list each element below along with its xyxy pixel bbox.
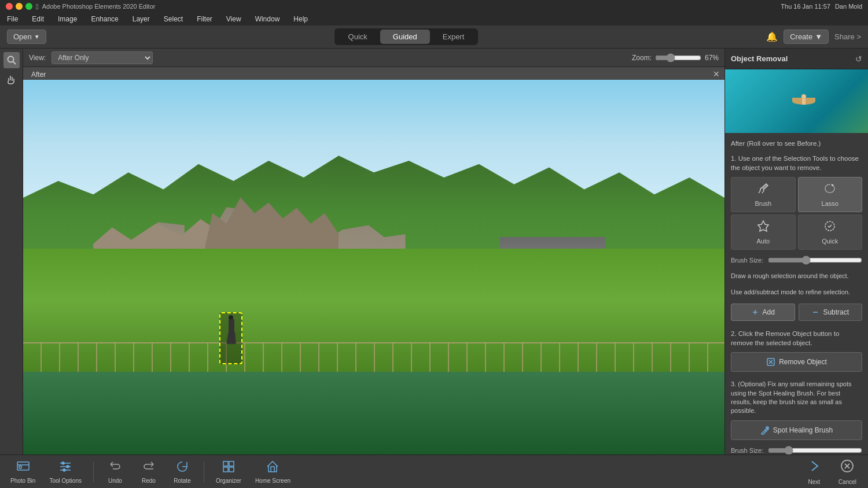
maximize-window-button[interactable] [25, 3, 32, 10]
svg-line-1 [13, 62, 16, 65]
add-button[interactable]: Add [731, 304, 795, 321]
menubar: File Edit Image Enhance Layer Select Fil… [0, 13, 868, 25]
view-toolbar: View: After Only Before Only Before & Af… [23, 49, 724, 67]
organizer-label: Organizer [216, 478, 241, 484]
time-display: Thu 16 Jan 11:57 [781, 3, 830, 10]
next-label: Next [808, 479, 821, 485]
share-button[interactable]: Share > [834, 32, 861, 41]
tool-options-button[interactable]: Tool Options [45, 457, 86, 486]
photo-canvas[interactable] [23, 80, 724, 454]
panel-title: Object Removal [731, 54, 788, 63]
after-label: After [31, 71, 46, 79]
quick-tool-cell[interactable]: Quick [798, 215, 863, 250]
redo-icon [142, 460, 156, 476]
view-label: View: [29, 54, 46, 62]
traffic-lights[interactable] [6, 3, 32, 10]
brush-size-slider-2[interactable] [768, 446, 862, 454]
open-button[interactable]: Open ▼ [7, 29, 46, 44]
menu-item-enhance[interactable]: Enhance [89, 14, 120, 24]
create-chevron-icon: ▼ [815, 32, 822, 41]
brush-size-slider-1[interactable] [768, 256, 862, 265]
minimize-window-button[interactable] [16, 3, 23, 10]
photo-bin-icon [16, 460, 30, 476]
home-screen-button[interactable]: Home Screen [251, 457, 295, 486]
spot-healing-brush-button[interactable]: Spot Healing Brush [731, 420, 862, 440]
tab-quick[interactable]: Quick [336, 29, 380, 44]
redo-label: Redo [142, 478, 156, 484]
auto-tool-cell[interactable]: Auto [731, 215, 796, 250]
water [23, 372, 724, 454]
cancel-button[interactable]: Cancel [833, 456, 862, 487]
main-content: View: After Only Before Only Before & Af… [0, 49, 868, 454]
svg-point-9 [67, 465, 69, 468]
home-screen-label: Home Screen [255, 478, 290, 484]
menubar-right: Thu 16 Jan 11:57 Dan Mold [781, 3, 862, 10]
selection-tool-grid: Brush Lasso [731, 177, 862, 250]
remove-object-label: Remove Object [779, 358, 827, 366]
next-button[interactable]: Next [800, 456, 828, 487]
menu-item-file[interactable]: File [5, 14, 20, 24]
menu-item-image[interactable]: Image [56, 14, 79, 24]
fence [23, 342, 724, 372]
titlebar:  Adobe Photoshop Elements 2020 Editor T… [0, 0, 868, 13]
brush-size-row-2: Brush Size: [731, 446, 862, 454]
lasso-tool-icon [823, 182, 836, 198]
view-select[interactable]: After Only Before Only Before & After - … [52, 51, 153, 64]
separator-2 [204, 461, 204, 482]
brush-tool-cell[interactable]: Brush [731, 177, 796, 212]
menu-item-select[interactable]: Select [161, 14, 185, 24]
hand-tool[interactable] [3, 72, 20, 88]
brush-size-label-2: Brush Size: [731, 447, 763, 454]
user-display: Dan Mold [835, 3, 862, 10]
spot-healing-label: Spot Healing Brush [773, 426, 833, 434]
photo-bin-button[interactable]: Photo Bin [6, 457, 40, 486]
tab-guided[interactable]: Guided [380, 29, 430, 44]
redo-button[interactable]: Redo [134, 457, 163, 486]
step2-text: 2. Click the Remove Object button to rem… [731, 329, 862, 347]
person-body-shape [229, 319, 234, 334]
menu-item-filter[interactable]: Filter [194, 14, 215, 24]
auto-tool-icon [757, 220, 770, 235]
zoom-percent: 67% [705, 54, 719, 62]
create-button[interactable]: Create ▼ [784, 29, 829, 44]
zoom-slider[interactable] [655, 53, 701, 62]
close-window-button[interactable] [6, 3, 13, 10]
svg-point-8 [62, 462, 64, 464]
organizer-button[interactable]: Organizer [211, 457, 246, 486]
subtract-icon [811, 308, 819, 316]
subtract-button[interactable]: Subtract [799, 304, 863, 321]
svg-rect-13 [223, 467, 228, 472]
menu-item-view[interactable]: View [224, 14, 244, 24]
undo-button[interactable]: Undo [101, 457, 130, 486]
step1-text: 1. Use one of the Selection Tools to cho… [731, 154, 862, 172]
separator-1 [93, 461, 94, 482]
svg-rect-7 [19, 466, 21, 468]
menu-item-help[interactable]: Help [291, 14, 310, 24]
lasso-tool-cell[interactable]: Lasso [798, 177, 863, 212]
right-panel: Object Removal ↺ After (Roll over to see… [724, 49, 868, 454]
organizer-icon [222, 460, 236, 476]
add-label: Add [763, 308, 775, 316]
subtract-label: Subtract [823, 308, 849, 316]
tab-expert[interactable]: Expert [430, 29, 477, 44]
add-subtract-row: Add Subtract [731, 304, 862, 321]
menu-item-layer[interactable]: Layer [130, 14, 152, 24]
svg-marker-2 [758, 221, 768, 231]
zoom-tool[interactable] [3, 52, 20, 68]
spot-healing-icon [760, 426, 770, 435]
svg-rect-12 [229, 461, 234, 466]
close-image-button[interactable]: ✕ [713, 69, 720, 79]
menu-item-edit[interactable]: Edit [30, 14, 46, 24]
mode-tabs: Quick Guided Expert [334, 28, 479, 45]
preview-image [725, 69, 868, 133]
instruction-text-2: Use add/subtract mode to refine selectio… [731, 288, 862, 297]
menu-item-window[interactable]: Window [253, 14, 282, 24]
canvas-area: View: After Only Before Only Before & Af… [23, 49, 724, 454]
panel-body: After (Roll over to see Before.) 1. Use … [725, 133, 868, 454]
panel-header: Object Removal ↺ [725, 49, 868, 69]
step3-text: 3. (Optional) Fix any small remaining sp… [731, 380, 862, 416]
next-icon [806, 458, 822, 478]
remove-object-button[interactable]: Remove Object [731, 352, 862, 372]
rotate-button[interactable]: Rotate [168, 457, 197, 486]
panel-refresh-icon[interactable]: ↺ [855, 54, 862, 64]
